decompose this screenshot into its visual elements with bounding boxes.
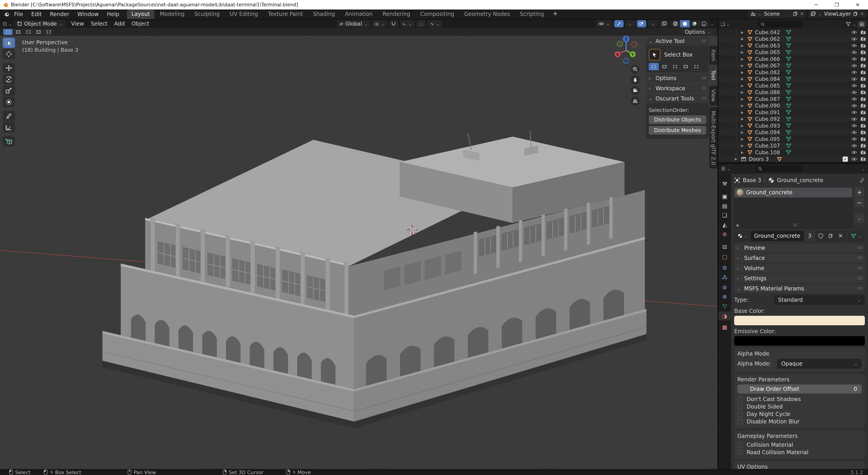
hide-eye-icon[interactable]: [851, 137, 857, 141]
properties-tab-object[interactable]: ▢: [718, 252, 731, 261]
hide-eye-icon[interactable]: [851, 37, 857, 41]
hide-eye-icon[interactable]: [851, 90, 857, 94]
disable-render-icon[interactable]: [861, 43, 866, 48]
expand-arrow-icon[interactable]: ▶: [741, 90, 747, 94]
pin-icon[interactable]: [860, 178, 865, 183]
proportional-edit-toggle[interactable]: ◌: [416, 20, 426, 27]
hide-eye-icon[interactable]: [851, 157, 857, 161]
new-viewlayer-icon[interactable]: [853, 11, 858, 16]
viewport-3d-scene[interactable]: [0, 36, 717, 469]
disable-render-icon[interactable]: [861, 103, 866, 108]
tool-transform[interactable]: [3, 97, 15, 107]
properties-tab-texture[interactable]: ▦: [718, 323, 731, 332]
expand-icon[interactable]: ▶: [737, 223, 739, 227]
outliner-row-cube-091[interactable]: ▶Cube.091: [718, 109, 868, 116]
hide-eye-icon[interactable]: [851, 110, 857, 114]
overlays-dropdown[interactable]: ⌄: [648, 20, 657, 27]
menu-edit[interactable]: Edit: [31, 11, 41, 18]
panel-active-tool-header[interactable]: ⌄ Active Tool ⠿⠿: [646, 37, 709, 46]
sidebar-tab-multi-export-gltf-2-0[interactable]: Multi-Export glTF 2.0: [709, 107, 717, 169]
options-dropdown[interactable]: Options ⌄: [681, 29, 714, 35]
disable-render-icon[interactable]: [861, 110, 866, 115]
tab-layout[interactable]: Layout: [127, 9, 154, 19]
checkbox[interactable]: [737, 442, 743, 448]
object-name[interactable]: Cube.093: [755, 123, 780, 129]
outliner-row-cube-065[interactable]: ▶Cube.065: [718, 49, 868, 56]
object-name[interactable]: Cube.092: [755, 116, 780, 122]
outliner-row-cube-084[interactable]: ▶Cube.084: [718, 76, 868, 83]
axis-neg-y[interactable]: [617, 41, 622, 47]
mode-intersect-button[interactable]: [691, 63, 701, 70]
expand-arrow-icon[interactable]: ▶: [741, 103, 747, 108]
properties-tab-output[interactable]: ▤: [718, 201, 731, 210]
draw-order-offset-slider[interactable]: Draw Order Offset 0: [737, 385, 862, 393]
expand-arrow-icon[interactable]: ▶: [741, 70, 747, 75]
shading-solid-button[interactable]: [680, 20, 690, 27]
object-name[interactable]: Cube.067: [755, 63, 780, 68]
disable-render-icon[interactable]: [861, 150, 866, 154]
mode-invert-button[interactable]: [681, 63, 690, 70]
checkbox[interactable]: [737, 419, 743, 424]
expand-arrow-icon[interactable]: ▶: [741, 50, 747, 54]
outliner-row-cube-093[interactable]: ▶Cube.093: [718, 122, 868, 129]
object-name[interactable]: Cube.086: [755, 89, 780, 95]
hide-eye-icon[interactable]: [851, 64, 857, 68]
menu-file[interactable]: File: [14, 11, 23, 18]
expand-arrow-icon[interactable]: ▶: [741, 97, 747, 101]
panel-options-header[interactable]: ›Options⠿⠿: [646, 74, 709, 83]
tab-scripting[interactable]: Scripting: [515, 9, 549, 19]
hide-eye-icon[interactable]: [851, 77, 857, 81]
outliner-row-doors-3[interactable]: ▶Doors 3✓: [718, 156, 868, 162]
expand-arrow-icon[interactable]: ▶: [741, 150, 747, 154]
expand-arrow-icon[interactable]: ▶: [741, 37, 747, 41]
panel-surface-header[interactable]: ›Surface⠿⠿: [734, 254, 865, 263]
outliner-row-cube-063[interactable]: ▶Cube.063: [718, 42, 868, 49]
grip-icon[interactable]: ⠿⠿: [793, 223, 797, 227]
viewport-menu-object[interactable]: Object: [131, 21, 149, 27]
tool-cursor[interactable]: [3, 49, 15, 59]
tab-uv-editing[interactable]: UV Editing: [225, 9, 262, 19]
outliner-row-cube-108[interactable]: ▶Cube.108: [718, 149, 868, 156]
outliner-row-cube-067[interactable]: ▶Cube.067: [718, 62, 868, 69]
disable-render-icon[interactable]: [861, 57, 866, 61]
outliner-row-cube-082[interactable]: ▶Cube.082: [718, 69, 868, 76]
select-mode-invert-button[interactable]: [34, 29, 43, 35]
object-name[interactable]: Cube.082: [755, 69, 780, 75]
disable-render-icon[interactable]: [861, 50, 866, 54]
object-name[interactable]: Cube.108: [755, 149, 780, 155]
shading-rendered-button[interactable]: [699, 20, 709, 27]
hide-eye-icon[interactable]: [851, 84, 857, 88]
unlink-material-button[interactable]: ✕: [835, 231, 845, 241]
viewport-menu-select[interactable]: Select: [91, 21, 107, 27]
disable-render-icon[interactable]: [861, 124, 866, 128]
hide-eye-icon[interactable]: [851, 30, 857, 34]
disable-render-icon[interactable]: [861, 64, 866, 68]
disable-render-icon[interactable]: [861, 84, 866, 88]
expand-arrow-icon[interactable]: ▶: [741, 30, 747, 34]
object-name[interactable]: Cube.063: [755, 43, 780, 49]
outliner-row-cube-085[interactable]: ▶Cube.085: [718, 82, 868, 89]
gizmos-toggle[interactable]: [614, 20, 624, 27]
shading-wireframe-button[interactable]: [671, 20, 680, 27]
distribute-objects-button[interactable]: Distribute Objects: [649, 115, 706, 124]
tool-add-cube[interactable]: [3, 136, 15, 147]
mode-extend-button[interactable]: [659, 63, 669, 70]
navigation-gizmo[interactable]: Z X Y: [609, 36, 643, 68]
menu-window[interactable]: Window: [77, 11, 99, 18]
outliner-row-cube-062[interactable]: ▶Cube.062: [718, 36, 868, 42]
sidebar-tab-view[interactable]: View: [709, 86, 717, 106]
breadcrumb-object[interactable]: Base 3: [743, 177, 761, 183]
mesh-data-dropdown[interactable]: ⌄: [848, 231, 865, 241]
object-name[interactable]: Cube.090: [755, 103, 780, 109]
checkbox[interactable]: [737, 396, 743, 402]
properties-options-dropdown[interactable]: ⌄: [862, 167, 865, 171]
properties-tab-particles[interactable]: ⁂: [718, 273, 731, 282]
outliner-row-cube-087[interactable]: ▶Cube.087: [718, 96, 868, 102]
properties-tab-view-layer[interactable]: ❏: [718, 211, 731, 219]
add-workspace-button[interactable]: +: [549, 10, 561, 19]
expand-arrow-icon[interactable]: ▶: [741, 43, 747, 48]
hide-eye-icon[interactable]: [851, 117, 857, 121]
tab-compositing[interactable]: Compositing: [416, 9, 459, 19]
transform-orientation[interactable]: ⇄ Global ⌄: [337, 20, 370, 27]
object-name[interactable]: Cube.062: [755, 36, 780, 42]
